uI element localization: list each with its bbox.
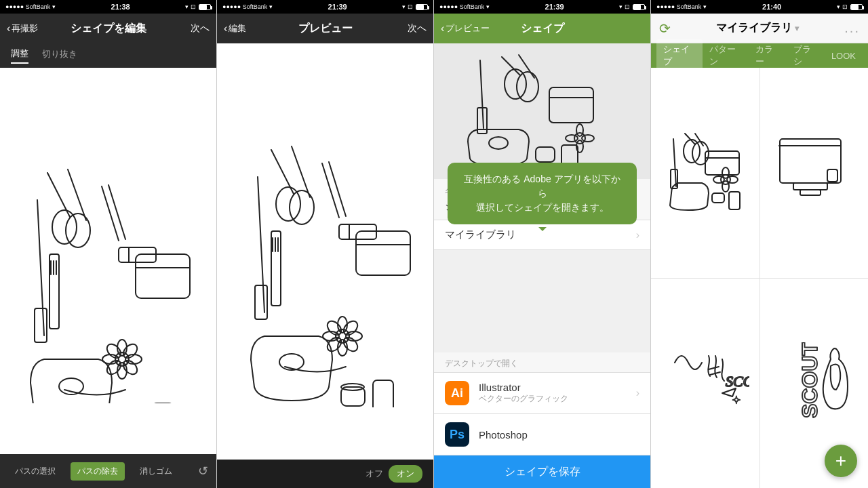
svg-line-33 bbox=[258, 177, 264, 312]
eraser-btn[interactable]: 消しゴム bbox=[133, 462, 179, 481]
svg-point-49 bbox=[340, 335, 359, 354]
svg-point-59 bbox=[517, 72, 538, 102]
svg-line-62 bbox=[480, 60, 484, 128]
time-1: 21:38 bbox=[111, 3, 130, 11]
svg-point-18 bbox=[120, 342, 139, 361]
svg-point-70 bbox=[582, 135, 594, 142]
time-4: 21:40 bbox=[762, 3, 781, 11]
back-button-1[interactable]: ‹ 再撮影 bbox=[7, 22, 38, 35]
svg-point-19 bbox=[104, 358, 123, 377]
photoshop-row[interactable]: Ps Photoshop bbox=[434, 414, 650, 455]
svg-line-60 bbox=[502, 57, 520, 75]
svg-line-57 bbox=[329, 162, 346, 216]
svg-rect-88 bbox=[729, 192, 740, 209]
preview-toggle-bar: オフ オン bbox=[217, 460, 433, 488]
svg-line-31 bbox=[271, 150, 294, 194]
tab-colors[interactable]: カラー bbox=[749, 39, 787, 72]
tab-shapes[interactable]: シェイプ bbox=[656, 39, 703, 72]
sketch-drawing-2 bbox=[227, 96, 424, 407]
svg-point-81 bbox=[722, 167, 729, 178]
svg-point-1 bbox=[66, 214, 90, 247]
icons-4: ▾ ⊡ bbox=[837, 3, 863, 10]
path-select-btn[interactable]: パスの選択 bbox=[8, 462, 62, 481]
path-remove-btn[interactable]: パスの除去 bbox=[71, 462, 125, 481]
svg-point-12 bbox=[115, 352, 129, 366]
next-button-2[interactable]: 次へ bbox=[408, 22, 427, 35]
svg-point-67 bbox=[576, 124, 583, 136]
svg-point-30 bbox=[290, 190, 314, 224]
lib-cell-3[interactable]: SCOUT ✦ bbox=[651, 279, 760, 489]
svg-rect-90 bbox=[793, 183, 827, 190]
illustrator-row[interactable]: Ai Illustrator ベクターのグラフィック › bbox=[434, 373, 650, 414]
svg-point-20 bbox=[120, 358, 139, 377]
svg-rect-72 bbox=[536, 147, 555, 162]
battery-icon-1 bbox=[199, 4, 211, 10]
add-shape-button[interactable]: + bbox=[825, 445, 857, 477]
status-bar-1: ●●●●● SoftBank ▾ 21:38 ▾ ⊡ bbox=[0, 0, 216, 14]
svg-text:SCOUT: SCOUT bbox=[797, 342, 822, 418]
shape-mylib-label: マイライブラリ bbox=[445, 228, 516, 241]
icons-1: ▾ ⊡ bbox=[185, 3, 211, 10]
svg-rect-10 bbox=[136, 254, 190, 298]
svg-rect-87 bbox=[712, 193, 724, 203]
svg-point-47 bbox=[340, 319, 359, 338]
shape-preview-svg bbox=[454, 54, 631, 169]
svg-point-84 bbox=[727, 176, 738, 183]
chevron-left-icon-2: ‹ bbox=[224, 22, 227, 35]
nav-bar-3: ‹ プレビュー シェイプ bbox=[434, 14, 650, 43]
status-bar-4: ●●●●● SoftBank ▾ 21:40 ▾ ⊡ bbox=[651, 0, 868, 14]
toggle-off-label: オフ bbox=[366, 468, 383, 480]
svg-point-69 bbox=[566, 135, 578, 142]
tab-look[interactable]: LOOK bbox=[825, 47, 863, 65]
svg-point-82 bbox=[722, 181, 729, 192]
shape-mylib-row[interactable]: マイライブラリ › bbox=[434, 220, 650, 250]
chevron-left-icon-3: ‹ bbox=[441, 22, 444, 35]
lib-cell-1[interactable] bbox=[651, 68, 760, 278]
illustrator-desc: ベクターのグラフィック bbox=[479, 393, 627, 405]
sketch-canvas-2[interactable] bbox=[217, 43, 433, 460]
carrier-1: ●●●●● SoftBank ▾ bbox=[5, 3, 56, 10]
tab-brushes[interactable]: ブラシ bbox=[787, 39, 825, 72]
illustrator-icon: Ai bbox=[445, 381, 469, 405]
save-shape-button[interactable]: シェイプを保存 bbox=[434, 455, 650, 488]
nav-title-3: シェイプ bbox=[521, 22, 564, 36]
carrier-4: ●●●●● SoftBank ▾ bbox=[656, 3, 707, 10]
back-button-2[interactable]: ‹ 編集 bbox=[224, 22, 246, 35]
svg-line-4 bbox=[37, 200, 44, 336]
back-button-3[interactable]: ‹ プレビュー bbox=[441, 22, 490, 35]
panel-edit-shape: ●●●●● SoftBank ▾ 21:38 ▾ ⊡ ‹ 再撮影 シェイプを編集… bbox=[0, 0, 217, 488]
svg-rect-93 bbox=[827, 169, 837, 182]
toggle-on-button[interactable]: オン bbox=[389, 465, 422, 483]
svg-point-75 bbox=[692, 142, 709, 165]
photoshop-icon: Ps bbox=[445, 422, 469, 447]
lib-sketch-3: SCOUT ✦ bbox=[661, 342, 749, 424]
chevron-left-icon: ‹ bbox=[7, 22, 10, 35]
tab-patterns[interactable]: パターン bbox=[703, 39, 749, 72]
svg-point-41 bbox=[336, 329, 349, 343]
lib-sketch-2 bbox=[770, 132, 858, 214]
more-options-button[interactable]: ... bbox=[844, 20, 860, 36]
subtab-crop[interactable]: 切り抜き bbox=[42, 48, 77, 63]
subtab-adjust[interactable]: 調整 bbox=[11, 47, 28, 64]
nav-title-2: プレビュー bbox=[298, 22, 353, 36]
svg-line-2 bbox=[47, 173, 70, 217]
panel-preview: ●●●●● SoftBank ▾ 21:39 ▾ ⊡ ‹ 編集 プレビュー 次へ bbox=[217, 0, 434, 488]
desktop-open-section: デスクトップで開く Ai Illustrator ベクターのグラフィック › P… bbox=[434, 352, 650, 455]
svg-point-46 bbox=[324, 319, 343, 338]
carrier-3: ●●●●● SoftBank ▾ bbox=[439, 3, 490, 10]
undo-button[interactable]: ↺ bbox=[198, 464, 208, 479]
svg-rect-5 bbox=[35, 308, 47, 342]
icons-2: ▾ ⊡ bbox=[402, 3, 428, 10]
lib-sketch-4: SCOUT bbox=[770, 342, 858, 424]
refresh-icon[interactable]: ⟳ bbox=[659, 20, 671, 37]
nav-title-1: シェイプを編集 bbox=[71, 22, 146, 36]
bottom-toolbar-1: パスの選択 パスの除去 消しゴム ↺ bbox=[0, 454, 216, 488]
icons-3: ▾ ⊡ bbox=[619, 3, 645, 10]
sketch-canvas-1[interactable] bbox=[0, 68, 216, 454]
shape-preview-area bbox=[434, 43, 650, 179]
lib-cell-2[interactable] bbox=[760, 68, 869, 278]
battery-icon-2 bbox=[416, 4, 428, 10]
lib-sketch-1 bbox=[661, 132, 749, 214]
next-button-1[interactable]: 次へ bbox=[191, 22, 210, 35]
battery-icon-3 bbox=[633, 4, 645, 10]
